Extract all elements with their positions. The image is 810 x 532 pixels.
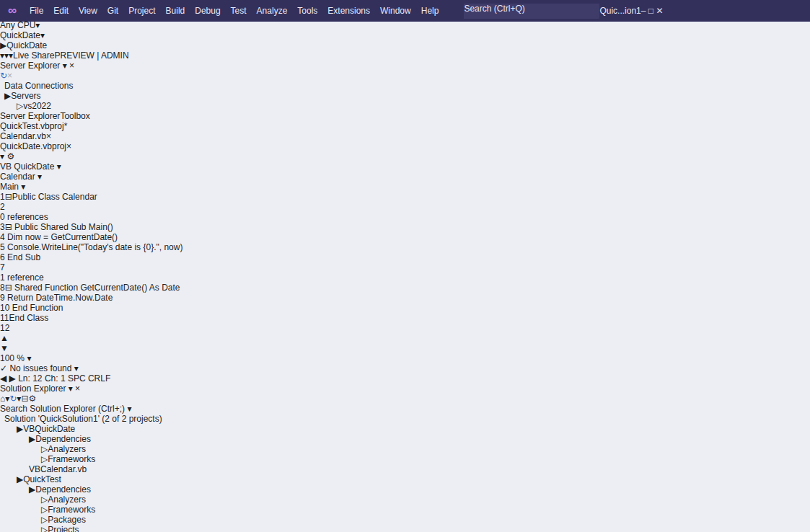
quick-search-box[interactable]: Search (Ctrl+Q) <box>464 4 599 19</box>
tab-server-explorer[interactable]: Server Explorer <box>0 111 60 121</box>
scroll-right-icon[interactable]: ▶ <box>9 373 16 384</box>
zoom-dropdown[interactable]: 100 % ▾ <box>0 353 810 363</box>
document-tab-quickdate-vbproj[interactable]: QuickDate.vbproj× <box>0 141 810 151</box>
member-dropdown[interactable]: Main ▾ <box>0 182 810 192</box>
code-line-1[interactable]: 1⊟Public Class Calendar <box>0 192 810 202</box>
collapse-arrow-icon[interactable]: ▶ <box>29 484 35 495</box>
menu-edit[interactable]: Edit <box>48 0 74 22</box>
tree-item-packages[interactable]: ▷Packages <box>0 515 810 525</box>
menu-window[interactable]: Window <box>375 0 416 22</box>
document-tab-calendar-vb[interactable]: Calendar.vb× <box>0 131 810 141</box>
preview-admin-badge[interactable]: PREVIEW | ADMIN <box>54 50 128 61</box>
stop-refresh-icon[interactable]: × <box>7 71 12 81</box>
expand-arrow-icon[interactable]: ▷ <box>41 525 48 532</box>
tree-item-calendar-vb[interactable]: VBCalendar.vb <box>0 464 810 474</box>
outline-collapse-icon[interactable]: ⊟ <box>5 222 12 232</box>
code-cleanup-dropdown[interactable]: ▾ <box>74 363 79 373</box>
project-dropdown[interactable]: VB QuickDate ▾ <box>0 161 810 172</box>
expand-arrow-icon[interactable]: ▷ <box>41 454 48 464</box>
collapse-arrow-icon[interactable]: ▶ <box>17 424 23 434</box>
collapse-arrow-icon[interactable]: ▶ <box>29 434 35 444</box>
close-icon[interactable]: × <box>69 61 74 71</box>
tree-item-dependencies[interactable]: ▶Dependencies <box>0 484 810 495</box>
collapse-arrow-icon[interactable]: ▶ <box>4 91 11 101</box>
code-line-10[interactable]: 10 End Function <box>0 303 810 313</box>
menu-file[interactable]: File <box>25 0 48 22</box>
menu-test[interactable]: Test <box>226 0 252 22</box>
expand-arrow-icon[interactable]: ▷ <box>41 515 48 525</box>
scroll-down-icon[interactable]: ▼ <box>0 343 9 353</box>
close-icon[interactable]: × <box>75 384 80 394</box>
menu-git[interactable]: Git <box>102 0 123 22</box>
code-editor[interactable]: 1⊟Public Class Calendar20 references3⊟ P… <box>0 192 810 353</box>
window-menu-icon[interactable]: ▾ <box>69 384 73 394</box>
editor-vertical-scrollbar[interactable]: ▲ ▼ <box>0 333 810 353</box>
scroll-up-icon[interactable]: ▲ <box>0 333 9 343</box>
start-debugging-button[interactable]: ▶QuickDate <box>0 40 810 50</box>
tree-item-quickdate[interactable]: ▶VBQuickDate <box>0 424 810 434</box>
code-line-6[interactable]: 6 End Sub <box>0 252 810 262</box>
menu-tools[interactable]: Tools <box>292 0 322 22</box>
collapse-all-icon[interactable]: ⊟ <box>21 394 28 404</box>
startup-project-dropdown[interactable]: QuickDate▾ <box>0 30 137 40</box>
document-tab-quicktest-vbproj[interactable]: QuickTest.vbproj* <box>0 121 810 131</box>
live-share-label[interactable]: Live Share <box>13 50 54 61</box>
tree-item-projects[interactable]: ▷Projects <box>0 525 810 532</box>
code-line-9[interactable]: 9 Return DateTime.Now.Date <box>0 293 810 303</box>
close-icon[interactable]: × <box>46 131 51 141</box>
code-line-8[interactable]: 8⊟ Shared Function GetCurrentDate() As D… <box>0 283 810 293</box>
tab-toolbox[interactable]: Toolbox <box>60 111 89 121</box>
menu-analyze[interactable]: Analyze <box>252 0 293 22</box>
expand-arrow-icon[interactable]: ▷ <box>41 505 48 515</box>
refresh-icon[interactable]: ↻ <box>9 394 17 404</box>
code-line-12[interactable]: 12 <box>0 323 810 333</box>
menu-help[interactable]: Help <box>416 0 444 22</box>
line-ending-indicator[interactable]: CRLF <box>88 373 110 384</box>
outline-collapse-icon[interactable]: ⊟ <box>5 192 12 202</box>
menu-extensions[interactable]: Extensions <box>322 0 375 22</box>
expand-arrow-icon[interactable]: ▷ <box>17 101 23 111</box>
codelens-indicator[interactable]: 1 reference <box>0 272 810 283</box>
menu-project[interactable]: Project <box>123 0 160 22</box>
visual-studio-logo-icon[interactable]: ∞ <box>0 0 25 22</box>
platform-dropdown[interactable]: Any CPU▾ <box>0 20 79 30</box>
tree-item-analyzers[interactable]: ▷Analyzers <box>0 495 810 505</box>
expand-arrow-icon[interactable]: ▷ <box>41 495 48 505</box>
tree-item-dependencies[interactable]: ▶Dependencies <box>0 434 810 444</box>
tabwell-options-gear-icon[interactable]: ⚙ <box>6 151 14 161</box>
tree-item-analyzers[interactable]: ▷Analyzers <box>0 444 810 454</box>
menu-debug[interactable]: Debug <box>190 0 225 22</box>
type-dropdown[interactable]: Calendar ▾ <box>0 172 810 182</box>
tree-item-data-connections[interactable]: Data Connections <box>0 81 810 91</box>
refresh-icon[interactable]: ↻ <box>0 71 7 81</box>
outline-collapse-icon[interactable]: ⊟ <box>5 283 12 293</box>
code-line-11[interactable]: 11End Class <box>0 313 810 323</box>
window-menu-icon[interactable]: ▾ <box>63 61 67 71</box>
code-line-4[interactable]: 4 Dim now = GetCurrentDate() <box>0 232 810 242</box>
tree-item-servers[interactable]: ▶Servers <box>0 91 810 101</box>
minimize-button[interactable]: – <box>641 6 646 16</box>
maximize-button[interactable]: □ <box>648 6 653 16</box>
spaces-indicator[interactable]: SPC <box>68 373 86 384</box>
codelens-text[interactable]: 0 references <box>0 212 48 222</box>
close-icon[interactable]: × <box>66 141 71 151</box>
tree-item-vs2022[interactable]: ▷vs2022 <box>0 101 810 111</box>
expand-arrow-icon[interactable]: ▷ <box>41 444 48 454</box>
close-button[interactable]: ✕ <box>656 6 663 16</box>
code-line-5[interactable]: 5 Console.WriteLine("Today's date is {0}… <box>0 242 810 252</box>
tree-item-quicktest[interactable]: ▶QuickTest <box>0 474 810 484</box>
code-line-7[interactable]: 7 <box>0 262 810 272</box>
codelens-indicator[interactable]: 0 references <box>0 212 810 222</box>
scroll-left-icon[interactable]: ◀ <box>0 373 6 384</box>
tree-item-solution-quicksolution1-2-of-2-projects[interactable]: Solution 'QuickSolution1' (2 of 2 projec… <box>0 414 810 424</box>
tree-item-frameworks[interactable]: ▷Frameworks <box>0 454 810 464</box>
collapse-arrow-icon[interactable]: ▶ <box>17 474 23 484</box>
properties-icon[interactable]: ⚙ <box>28 394 36 404</box>
tree-item-frameworks[interactable]: ▷Frameworks <box>0 505 810 515</box>
window-list-icon[interactable]: ▾ <box>0 151 4 161</box>
issues-status-text[interactable]: No issues found <box>9 363 71 373</box>
menu-view[interactable]: View <box>74 0 102 22</box>
code-line-3[interactable]: 3⊟ Public Shared Sub Main() <box>0 222 810 232</box>
menu-build[interactable]: Build <box>161 0 190 22</box>
code-line-2[interactable]: 2 <box>0 202 810 212</box>
